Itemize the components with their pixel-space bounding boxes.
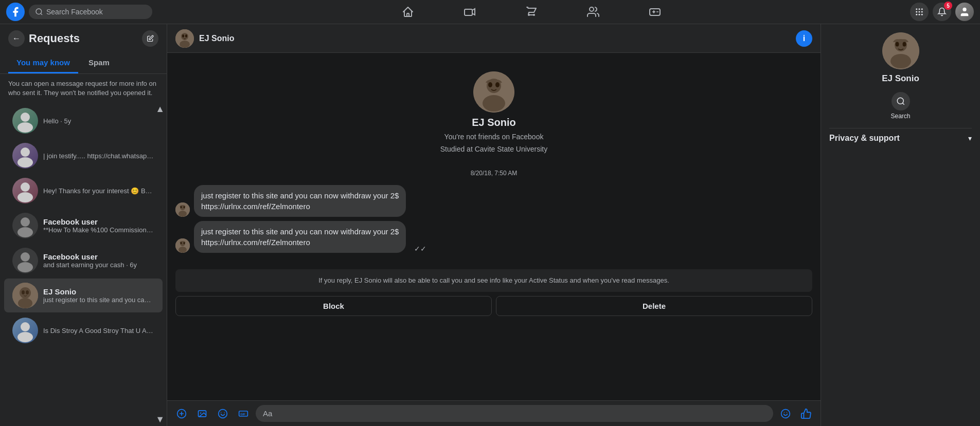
- svg-point-35: [185, 34, 187, 38]
- svg-point-21: [21, 217, 30, 227]
- user-avatar-nav[interactable]: [955, 3, 974, 21]
- conv-name: EJ Sonio: [43, 287, 154, 296]
- conv-info: Facebook user **How To Make %100 Commiss…: [43, 217, 154, 234]
- friends-nav-button[interactable]: [564, 3, 622, 21]
- svg-point-34: [182, 34, 184, 38]
- top-navigation: 5: [0, 0, 980, 24]
- search-input[interactable]: [46, 8, 139, 16]
- svg-point-24: [17, 262, 33, 272]
- chat-area: EJ Sonio i EJ: [167, 24, 821, 426]
- conv-preview: Is Dis Stroy A Good Stroy That U Ar Cl..…: [43, 327, 154, 335]
- right-search-label: Search: [890, 113, 910, 120]
- svg-point-65: [897, 98, 903, 104]
- search-bar[interactable]: [29, 5, 152, 19]
- emoji-button[interactable]: [777, 405, 794, 422]
- svg-point-58: [784, 412, 785, 413]
- right-search-icon[interactable]: [892, 92, 910, 110]
- sidebar-header: ← Requests: [0, 24, 167, 53]
- svg-text:GIF: GIF: [240, 413, 245, 416]
- message-bubble: just register to this site and you can n…: [194, 185, 406, 217]
- svg-point-17: [21, 147, 30, 157]
- tab-spam[interactable]: Spam: [80, 53, 118, 73]
- home-nav-button[interactable]: [379, 3, 437, 21]
- block-button[interactable]: Block: [175, 296, 492, 316]
- svg-point-40: [495, 82, 500, 87]
- conversation-avatar: [12, 108, 38, 134]
- like-button[interactable]: [798, 405, 814, 422]
- add-attachment-button[interactable]: [173, 405, 190, 422]
- sender-info: EJ Sonio You're not friends on Facebook …: [175, 61, 812, 161]
- message-bubble: just register to this site and you can n…: [194, 221, 406, 253]
- conv-info: Is Dis Stroy A Good Stroy That U Ar Cl..…: [43, 327, 154, 335]
- message-row: just register to this site and you can n…: [175, 185, 812, 217]
- notifications-button[interactable]: 5: [933, 3, 951, 21]
- message-input[interactable]: [256, 405, 773, 422]
- svg-point-51: [179, 247, 187, 253]
- gaming-nav-button[interactable]: [626, 3, 684, 21]
- conversation-item[interactable]: Facebook user **How To Make %100 Commiss…: [4, 209, 163, 243]
- conversation-item[interactable]: Facebook user and start earning your cas…: [4, 244, 163, 277]
- tab-you-may-know[interactable]: You may know: [8, 53, 78, 73]
- svg-point-39: [488, 82, 492, 87]
- date-divider: 8/20/18, 7:50 AM: [175, 165, 812, 181]
- conversation-item[interactable]: Hello · 5y: [4, 104, 163, 138]
- nav-right: 5: [910, 3, 974, 21]
- conv-info: EJ Sonio just register to this site and …: [43, 287, 154, 304]
- chat-header-avatar: [175, 29, 194, 48]
- privacy-support-title: Privacy & support: [829, 134, 900, 143]
- read-receipt: ✓✓: [414, 245, 426, 253]
- edit-button[interactable]: [142, 30, 158, 47]
- conversation-avatar: [12, 178, 38, 203]
- main-area: ← Requests You may know Spam You can ope…: [0, 24, 980, 426]
- chat-header: EJ Sonio i: [167, 24, 821, 53]
- conv-name: Facebook user: [43, 217, 154, 226]
- info-text: You can open a message request for more …: [0, 74, 167, 103]
- conversation-item[interactable]: Is Dis Stroy A Good Stroy That U Ar Cl..…: [4, 313, 163, 347]
- svg-point-13: [921, 14, 923, 15]
- apps-button[interactable]: [910, 3, 929, 21]
- privacy-support-section[interactable]: Privacy & support ▾: [829, 128, 972, 148]
- conversation-avatar: [12, 318, 38, 343]
- conv-name: Facebook user: [43, 252, 154, 261]
- notification-badge: 5: [944, 2, 952, 10]
- photo-button[interactable]: [194, 405, 210, 422]
- back-button[interactable]: ←: [8, 30, 25, 47]
- video-nav-button[interactable]: [441, 3, 498, 21]
- svg-point-14: [963, 8, 966, 11]
- right-profile: EJ Sonio: [829, 32, 972, 84]
- svg-point-36: [180, 41, 190, 48]
- marketplace-nav-button[interactable]: [503, 3, 560, 21]
- info-button[interactable]: i: [796, 30, 812, 47]
- svg-point-57: [781, 409, 790, 418]
- tabs: You may know Spam: [0, 53, 167, 74]
- conversation-item[interactable]: | join testify..... https://chat.whatsap…: [4, 139, 163, 173]
- gif-button[interactable]: GIF: [235, 405, 252, 422]
- svg-point-12: [919, 14, 920, 15]
- conversation-item-ej-sonio[interactable]: EJ Sonio just register to this site and …: [4, 279, 163, 312]
- svg-line-1: [41, 13, 42, 15]
- conv-info: | join testify..... https://chat.whatsap…: [43, 152, 154, 160]
- conversation-item[interactable]: Hey! Thanks for your interest 😊 Befo... …: [4, 174, 163, 208]
- svg-point-63: [902, 42, 906, 47]
- sender-status: You're not friends on Facebook: [444, 133, 544, 141]
- chat-messages: EJ Sonio You're not friends on Facebook …: [167, 53, 821, 400]
- svg-point-5: [916, 8, 917, 10]
- svg-point-44: [181, 206, 182, 208]
- right-sidebar: EJ Sonio Search Privacy & support ▾: [821, 24, 980, 426]
- conv-preview: **How To Make %100 Commissions - ... · 6…: [43, 226, 154, 234]
- svg-point-64: [890, 54, 911, 68]
- conv-info: Hey! Thanks for your interest 😊 Befo... …: [43, 187, 154, 195]
- svg-point-20: [17, 192, 33, 202]
- message-row: just register to this site and you can n…: [175, 221, 812, 253]
- svg-point-22: [17, 227, 33, 237]
- svg-point-16: [17, 122, 33, 133]
- right-profile-name: EJ Sonio: [882, 73, 919, 84]
- left-sidebar: ← Requests You may know Spam You can ope…: [0, 24, 167, 426]
- svg-point-29: [18, 298, 32, 308]
- sticker-button[interactable]: [215, 405, 231, 422]
- svg-point-50: [184, 242, 185, 244]
- svg-point-27: [22, 290, 25, 294]
- conv-preview: | join testify..... https://chat.whatsap…: [43, 152, 154, 160]
- conversation-avatar: [12, 248, 38, 273]
- delete-button[interactable]: Delete: [496, 296, 812, 316]
